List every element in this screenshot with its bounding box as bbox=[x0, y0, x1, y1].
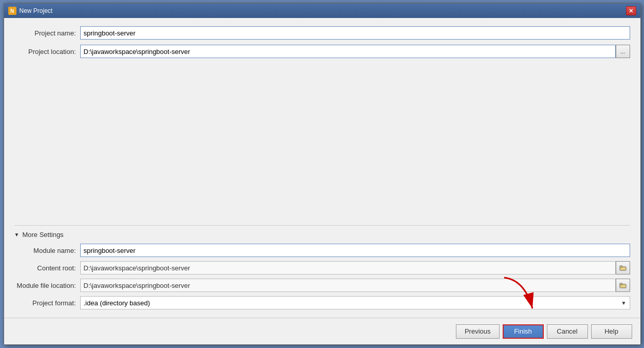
title-bar: N New Project ✕ bbox=[4, 4, 640, 18]
project-name-row: Project name: bbox=[14, 26, 630, 40]
collapse-triangle-icon: ▼ bbox=[14, 232, 20, 237]
content-root-row: Content root: bbox=[14, 261, 630, 274]
module-name-input[interactable] bbox=[80, 244, 630, 257]
title-bar-left: N New Project bbox=[8, 7, 53, 15]
dialog-window: N New Project ✕ Project name: Project lo… bbox=[4, 3, 641, 345]
project-name-input[interactable] bbox=[80, 26, 630, 40]
project-location-browse-button[interactable]: ... bbox=[616, 45, 630, 58]
window-title: New Project bbox=[20, 7, 53, 14]
dialog-content: Project name: Project location: ... ▼ Mo… bbox=[4, 18, 640, 318]
finish-button[interactable]: Finish bbox=[503, 324, 544, 339]
module-name-label: Module name: bbox=[14, 247, 76, 254]
project-location-input[interactable] bbox=[80, 45, 616, 58]
content-root-label: Content root: bbox=[14, 264, 76, 272]
project-format-row: Project format: .idea (directory based) … bbox=[14, 296, 630, 309]
svg-rect-1 bbox=[620, 266, 622, 267]
module-name-row: Module name: bbox=[14, 244, 630, 257]
previous-button[interactable]: Previous bbox=[456, 324, 500, 339]
settings-form: Module name: Content root: bbox=[14, 244, 630, 309]
spacer-area bbox=[14, 63, 630, 220]
content-root-input[interactable] bbox=[80, 261, 616, 274]
svg-rect-3 bbox=[620, 283, 622, 285]
project-format-label: Project format: bbox=[14, 299, 76, 307]
new-project-icon: N bbox=[8, 7, 16, 15]
more-settings-header[interactable]: ▼ More Settings bbox=[14, 231, 630, 239]
project-location-row: Project location: ... bbox=[14, 45, 630, 58]
cancel-button[interactable]: Cancel bbox=[547, 324, 588, 339]
dropdown-arrow-icon: ▼ bbox=[621, 300, 627, 306]
project-format-value: .idea (directory based) bbox=[84, 299, 150, 307]
help-button[interactable]: Help bbox=[591, 324, 632, 339]
project-location-field-group: ... bbox=[80, 45, 630, 58]
content-root-field-group bbox=[80, 261, 630, 274]
dialog-footer: Previous Finish Cancel Help bbox=[4, 318, 640, 344]
content-root-browse-button[interactable] bbox=[616, 261, 630, 274]
module-file-location-label: Module file location: bbox=[14, 282, 76, 289]
project-location-label: Project location: bbox=[14, 48, 76, 56]
project-name-label: Project name: bbox=[14, 29, 76, 37]
module-file-location-browse-button[interactable] bbox=[616, 279, 630, 292]
module-file-location-field-group bbox=[80, 279, 630, 292]
footer-area: Previous Finish Cancel Help bbox=[4, 318, 640, 344]
module-file-location-row: Module file location: bbox=[14, 279, 630, 292]
more-settings-section: ▼ More Settings Module name: Content roo… bbox=[14, 225, 630, 309]
project-format-dropdown[interactable]: .idea (directory based) ▼ bbox=[80, 296, 630, 309]
module-file-location-input[interactable] bbox=[80, 279, 616, 292]
close-button[interactable]: ✕ bbox=[626, 6, 636, 15]
more-settings-label: More Settings bbox=[22, 231, 63, 239]
